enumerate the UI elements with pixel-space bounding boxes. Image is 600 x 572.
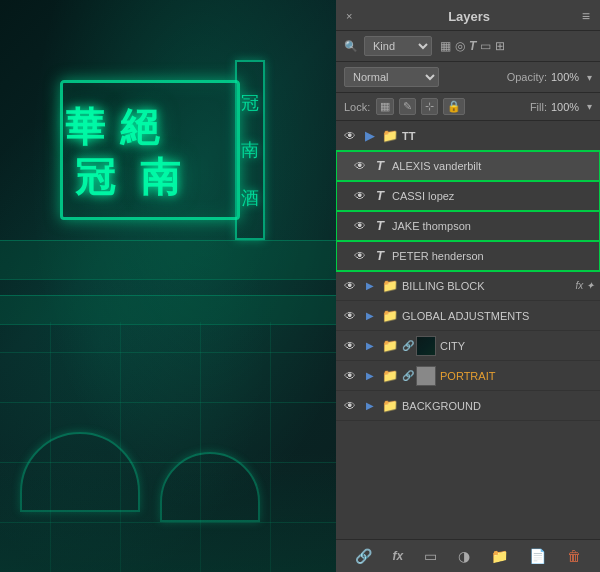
layer-tt-group[interactable]: 👁 ▶ 📁 TT bbox=[336, 121, 600, 151]
opacity-value[interactable]: 100% bbox=[551, 71, 583, 83]
fill-value[interactable]: 100% bbox=[551, 101, 583, 113]
panel-menu-icon[interactable]: ≡ bbox=[582, 8, 590, 24]
layers-panel: × Layers ≡ 🔍 Kind ▦ ◎ T ▭ ⊞ Normal Opaci… bbox=[336, 0, 600, 572]
delete-layer-button[interactable]: 🗑 bbox=[563, 546, 585, 566]
new-layer-button[interactable]: 📄 bbox=[525, 546, 550, 566]
layer-peter-name: PETER henderson bbox=[392, 250, 594, 262]
eye-background-icon[interactable]: 👁 bbox=[342, 399, 358, 413]
layer-tt-name: TT bbox=[402, 130, 594, 142]
lock-all-icon[interactable]: 🔒 bbox=[443, 98, 465, 115]
eye-billing-icon[interactable]: 👁 bbox=[342, 279, 358, 293]
folder-portrait-icon: ▶ bbox=[362, 368, 378, 384]
kind-row: 🔍 Kind ▦ ◎ T ▭ ⊞ bbox=[336, 31, 600, 62]
smartobject-filter-icon[interactable]: ⊞ bbox=[495, 39, 505, 53]
city-link-icon: 🔗 bbox=[402, 340, 414, 351]
layer-background-name: BACKGROUND bbox=[402, 400, 594, 412]
mode-row: Normal Opacity: 100% ▾ bbox=[336, 62, 600, 93]
folder-global-icon2: 📁 bbox=[382, 308, 398, 324]
eye-portrait-icon[interactable]: 👁 bbox=[342, 369, 358, 383]
layer-cassi-name: CASSI lopez bbox=[392, 190, 594, 202]
search-icon: 🔍 bbox=[344, 40, 358, 53]
kind-icons: ▦ ◎ T ▭ ⊞ bbox=[440, 39, 505, 53]
billing-fx-badge: fx ✦ bbox=[575, 280, 594, 291]
layer-portrait-name: PORTRAIT bbox=[440, 370, 594, 382]
layer-alexis[interactable]: 👁 T ALEXIS vanderbilt bbox=[336, 151, 600, 181]
opacity-chevron-icon[interactable]: ▾ bbox=[587, 72, 592, 83]
layer-city[interactable]: 👁 ▶ 📁 🔗 CITY bbox=[336, 331, 600, 361]
folder-tt-icon2: 📁 bbox=[382, 128, 398, 144]
lock-icons: ▦ ✎ ⊹ 🔒 bbox=[376, 98, 465, 115]
kind-select[interactable]: Kind bbox=[364, 36, 432, 56]
fx-button[interactable]: fx bbox=[389, 547, 408, 565]
new-group-button[interactable]: 📁 bbox=[487, 546, 512, 566]
folder-background-icon: ▶ bbox=[362, 398, 378, 414]
adjustment-filter-icon[interactable]: ◎ bbox=[455, 39, 465, 53]
layer-peter[interactable]: 👁 T PETER henderson bbox=[336, 241, 600, 271]
portrait-link-icon: 🔗 bbox=[402, 370, 414, 381]
layer-portrait[interactable]: 👁 ▶ 📁 🔗 PORTRAIT bbox=[336, 361, 600, 391]
eye-jake-icon[interactable]: 👁 bbox=[352, 219, 368, 233]
lock-row: Lock: ▦ ✎ ⊹ 🔒 Fill: 100% ▾ bbox=[336, 93, 600, 121]
lock-draw-icon[interactable]: ✎ bbox=[399, 98, 416, 115]
panel-title: Layers bbox=[448, 9, 490, 24]
shape-filter-icon[interactable]: ▭ bbox=[480, 39, 491, 53]
layer-city-name: CITY bbox=[440, 340, 594, 352]
city-thumbnail bbox=[416, 336, 436, 356]
eye-tt-icon[interactable]: 👁 bbox=[342, 129, 358, 143]
panel-close-icon[interactable]: × bbox=[346, 10, 352, 22]
link-layers-button[interactable]: 🔗 bbox=[351, 546, 376, 566]
type-filter-icon[interactable]: T bbox=[469, 39, 476, 53]
layers-list: 👁 ▶ 📁 TT 👁 T ALEXIS vanderbilt 👁 bbox=[336, 121, 600, 539]
eye-alexis-icon[interactable]: 👁 bbox=[352, 159, 368, 173]
add-mask-button[interactable]: ▭ bbox=[420, 546, 441, 566]
eye-global-icon[interactable]: 👁 bbox=[342, 309, 358, 323]
layer-global-name: GLOBAL ADJUSTMENTS bbox=[402, 310, 594, 322]
eye-peter-icon[interactable]: 👁 bbox=[352, 249, 368, 263]
layer-billing[interactable]: 👁 ▶ 📁 BILLING BLOCK fx ✦ bbox=[336, 271, 600, 301]
eye-cassi-icon[interactable]: 👁 bbox=[352, 189, 368, 203]
folder-city-icon: ▶ bbox=[362, 338, 378, 354]
panel-header: × Layers ≡ bbox=[336, 0, 600, 31]
panel-toolbar: 🔗 fx ▭ ◑ 📁 📄 🗑 bbox=[336, 539, 600, 572]
folder-billing-icon2: 📁 bbox=[382, 278, 398, 294]
text-alexis-icon: T bbox=[372, 158, 388, 174]
text-peter-icon: T bbox=[372, 248, 388, 264]
layer-billing-name: BILLING BLOCK bbox=[402, 280, 571, 292]
text-cassi-icon: T bbox=[372, 188, 388, 204]
opacity-group: Opacity: 100% ▾ bbox=[507, 71, 592, 83]
folder-tt-icon: ▶ bbox=[362, 128, 378, 144]
layer-alexis-name: ALEXIS vanderbilt bbox=[392, 160, 594, 172]
lock-move-icon[interactable]: ⊹ bbox=[421, 98, 438, 115]
blend-mode-select[interactable]: Normal bbox=[344, 67, 439, 87]
folder-background-icon2: 📁 bbox=[382, 398, 398, 414]
adjustment-layer-button[interactable]: ◑ bbox=[454, 546, 474, 566]
canvas-area: 華 絕 冠 南 冠 南 酒 bbox=[0, 0, 336, 572]
layer-cassi[interactable]: 👁 T CASSI lopez bbox=[336, 181, 600, 211]
lock-pixels-icon[interactable]: ▦ bbox=[376, 98, 394, 115]
layer-jake[interactable]: 👁 T JAKE thompson bbox=[336, 211, 600, 241]
eye-city-icon[interactable]: 👁 bbox=[342, 339, 358, 353]
folder-billing-icon: ▶ bbox=[362, 278, 378, 294]
lock-label: Lock: bbox=[344, 101, 370, 113]
portrait-thumbnail bbox=[416, 366, 436, 386]
opacity-label: Opacity: bbox=[507, 71, 547, 83]
fill-label: Fill: bbox=[530, 101, 547, 113]
layer-global-adj[interactable]: 👁 ▶ 📁 GLOBAL ADJUSTMENTS bbox=[336, 301, 600, 331]
folder-global-icon: ▶ bbox=[362, 308, 378, 324]
pixel-filter-icon[interactable]: ▦ bbox=[440, 39, 451, 53]
layer-jake-name: JAKE thompson bbox=[392, 220, 594, 232]
fill-group: Fill: 100% ▾ bbox=[530, 101, 592, 113]
folder-city-icon2: 📁 bbox=[382, 338, 398, 354]
folder-portrait-icon2: 📁 bbox=[382, 368, 398, 384]
text-jake-icon: T bbox=[372, 218, 388, 234]
fill-chevron-icon[interactable]: ▾ bbox=[587, 101, 592, 112]
layer-background[interactable]: 👁 ▶ 📁 BACKGROUND bbox=[336, 391, 600, 421]
